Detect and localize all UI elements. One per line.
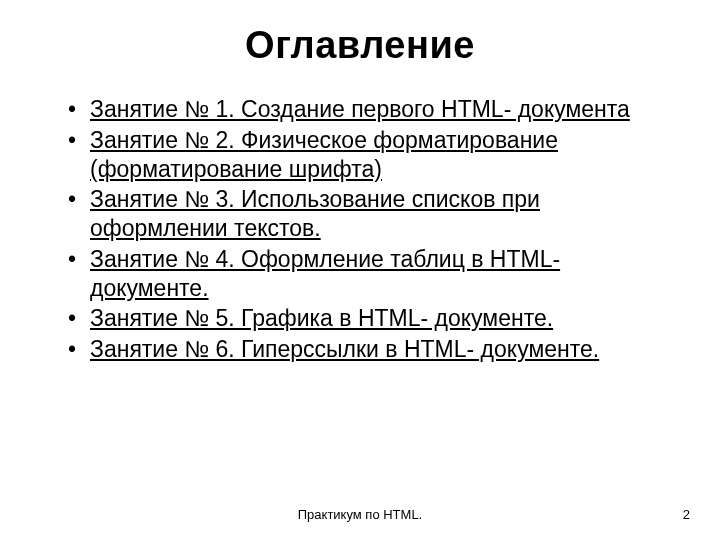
toc-link-5[interactable]: Занятие № 5. Графика в HTML- документе. xyxy=(90,305,553,331)
slide: Оглавление Занятие № 1. Создание первого… xyxy=(0,0,720,540)
toc-link-1[interactable]: Занятие № 1. Создание первого HTML- доку… xyxy=(90,96,630,122)
list-item: Занятие № 3. Использование списков при о… xyxy=(72,185,666,243)
list-item: Занятие № 2. Физическое форматирование (… xyxy=(72,126,666,184)
toc-link-4[interactable]: Занятие № 4. Оформление таблиц в HTML- д… xyxy=(90,246,560,301)
toc-link-3[interactable]: Занятие № 3. Использование списков при о… xyxy=(90,186,540,241)
page-title: Оглавление xyxy=(54,24,666,67)
list-item: Занятие № 5. Графика в HTML- документе. xyxy=(72,304,666,333)
list-item: Занятие № 6. Гиперссылки в HTML- докумен… xyxy=(72,335,666,364)
footer-text: Практикум по HTML. xyxy=(0,507,720,522)
list-item: Занятие № 1. Создание первого HTML- доку… xyxy=(72,95,666,124)
toc-list: Занятие № 1. Создание первого HTML- доку… xyxy=(54,95,666,364)
toc-link-2[interactable]: Занятие № 2. Физическое форматирование (… xyxy=(90,127,558,182)
page-number: 2 xyxy=(683,507,690,522)
list-item: Занятие № 4. Оформление таблиц в HTML- д… xyxy=(72,245,666,303)
toc-link-6[interactable]: Занятие № 6. Гиперссылки в HTML- докумен… xyxy=(90,336,599,362)
